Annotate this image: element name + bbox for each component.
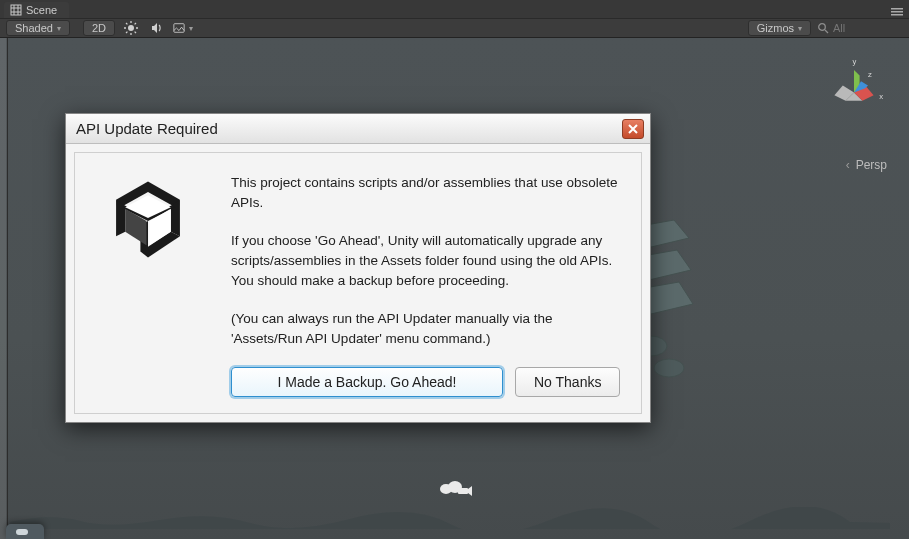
svg-point-17 — [654, 359, 684, 377]
effects-dropdown[interactable] — [173, 20, 193, 36]
tab-scene[interactable]: Scene — [4, 2, 69, 18]
sun-icon — [124, 21, 138, 35]
api-update-dialog: API Update Required — [65, 113, 651, 423]
svg-point-14 — [819, 24, 826, 31]
dialog-title-text: API Update Required — [76, 120, 218, 137]
axis-x-label: x — [879, 92, 883, 101]
toggle-2d-button[interactable]: 2D — [83, 20, 115, 36]
svg-rect-2 — [891, 11, 903, 13]
go-ahead-label: I Made a Backup. Go Ahead! — [277, 374, 456, 390]
bottom-panel-tab[interactable] — [6, 524, 44, 539]
image-icon — [173, 22, 185, 34]
tab-menu-icon — [891, 7, 903, 17]
dialog-paragraph-2: If you choose 'Go Ahead', Unity will aut… — [231, 231, 623, 291]
tab-bar: Scene — [0, 0, 909, 18]
controller-icon — [16, 527, 28, 537]
lighting-toggle[interactable] — [121, 20, 141, 36]
shading-mode-label: Shaded — [15, 22, 53, 34]
dialog-paragraph-1: This project contains scripts and/or ass… — [231, 173, 623, 213]
svg-line-9 — [126, 23, 127, 24]
axis-y-label: y — [853, 57, 857, 66]
scene-toolbar: Shaded 2D Gizmos — [0, 18, 909, 38]
orientation-gizmo[interactable]: x y z — [819, 56, 889, 126]
projection-label[interactable]: Persp — [846, 158, 887, 172]
gizmos-label: Gizmos — [757, 22, 794, 34]
dialog-close-button[interactable] — [622, 119, 644, 139]
gizmos-dropdown[interactable]: Gizmos — [748, 20, 811, 36]
dialog-body-text: This project contains scripts and/or ass… — [231, 173, 623, 397]
no-thanks-button[interactable]: No Thanks — [515, 367, 620, 397]
svg-line-15 — [825, 30, 828, 33]
svg-line-11 — [135, 23, 136, 24]
scene-search-input[interactable] — [833, 22, 903, 34]
svg-rect-26 — [16, 529, 28, 535]
shading-mode-dropdown[interactable]: Shaded — [6, 20, 70, 36]
scene-viewport[interactable]: x y z Persp API Update Required — [0, 38, 909, 539]
no-thanks-label: No Thanks — [534, 374, 601, 390]
audio-toggle[interactable] — [147, 20, 167, 36]
toggle-2d-label: 2D — [92, 22, 106, 34]
unity-logo-icon — [93, 173, 203, 397]
scene-search[interactable] — [817, 22, 903, 34]
terrain-silhouette — [10, 507, 890, 529]
scene-grid-icon — [10, 4, 22, 16]
speaker-icon — [150, 21, 164, 35]
camera-icon — [438, 477, 472, 499]
svg-rect-1 — [891, 8, 903, 10]
svg-rect-3 — [891, 14, 903, 16]
dialog-titlebar[interactable]: API Update Required — [66, 114, 650, 144]
left-gutter — [0, 38, 7, 539]
close-icon — [627, 123, 639, 135]
svg-rect-25 — [458, 488, 468, 494]
tab-scene-label: Scene — [26, 4, 57, 16]
search-icon — [817, 22, 829, 34]
go-ahead-button[interactable]: I Made a Backup. Go Ahead! — [231, 367, 503, 397]
axis-z-label: z — [868, 70, 872, 79]
tab-menu-button[interactable] — [891, 6, 909, 18]
svg-line-10 — [135, 32, 136, 33]
svg-line-12 — [126, 32, 127, 33]
svg-point-4 — [128, 25, 134, 31]
svg-rect-0 — [11, 5, 21, 15]
dialog-paragraph-3: (You can always run the API Updater manu… — [231, 309, 623, 349]
